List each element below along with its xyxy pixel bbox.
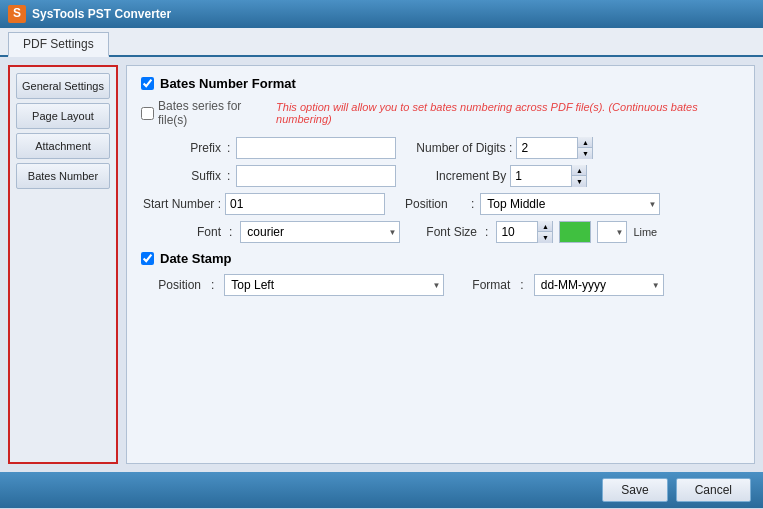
- content-panel: Bates Number Format Bates series for fil…: [126, 65, 755, 464]
- color-name-label: Lime: [633, 226, 657, 238]
- suffix-input[interactable]: [236, 165, 396, 187]
- title-bar: S SysTools PST Converter: [0, 0, 763, 28]
- num-digits-down[interactable]: ▼: [578, 148, 592, 159]
- start-number-row: Start Number :: [141, 193, 385, 215]
- bates-format-checkbox[interactable]: [141, 77, 154, 90]
- bates-section-header: Bates Number Format: [141, 76, 740, 91]
- font-size-label: Font Size: [426, 225, 477, 239]
- bates-series-row: Bates series for file(s) This option wil…: [141, 99, 740, 127]
- svg-text:S: S: [13, 7, 21, 20]
- date-stamp-label: Date Stamp: [160, 251, 232, 266]
- bates-series-note: This option will allow you to set bates …: [276, 101, 740, 125]
- color-select-wrap: ▼: [597, 221, 627, 243]
- save-button[interactable]: Save: [602, 478, 667, 502]
- increment-down[interactable]: ▼: [572, 176, 586, 187]
- color-select[interactable]: [597, 221, 627, 243]
- bates-series-checkbox[interactable]: [141, 107, 154, 120]
- font-size-spinner[interactable]: ▲ ▼: [496, 221, 553, 243]
- tab-bar: PDF Settings: [0, 28, 763, 57]
- suffix-label: Suffix: [141, 169, 221, 183]
- date-format-label: Format: [472, 278, 510, 292]
- suffix-row: Suffix :: [141, 165, 396, 187]
- num-digits-input[interactable]: [517, 138, 577, 158]
- sidebar-btn-bates-number[interactable]: Bates Number: [16, 163, 110, 189]
- date-format-select-wrap: dd-MM-yyyy MM-dd-yyyy yyyy-MM-dd dd/MM/y…: [534, 274, 664, 296]
- font-size-input[interactable]: [497, 222, 537, 242]
- prefix-label: Prefix: [141, 141, 221, 155]
- font-size-up[interactable]: ▲: [538, 221, 552, 232]
- font-select-wrap: courier Arial Times New Roman Helvetica …: [240, 221, 400, 243]
- num-digits-up[interactable]: ▲: [578, 137, 592, 148]
- font-select[interactable]: courier Arial Times New Roman Helvetica: [240, 221, 400, 243]
- increment-row: Increment By ▲ ▼: [416, 165, 587, 187]
- start-number-input[interactable]: [225, 193, 385, 215]
- position-label: Position: [405, 197, 465, 211]
- increment-label: Increment By: [416, 169, 506, 183]
- font-row: Font : courier Arial Times New Roman Hel…: [141, 221, 740, 243]
- date-format-select[interactable]: dd-MM-yyyy MM-dd-yyyy yyyy-MM-dd dd/MM/y…: [534, 274, 664, 296]
- date-stamp-checkbox[interactable]: [141, 252, 154, 265]
- prefix-input[interactable]: [236, 137, 396, 159]
- font-label: Font: [141, 225, 221, 239]
- num-digits-spinner[interactable]: ▲ ▼: [516, 137, 593, 159]
- date-position-label: Position: [141, 278, 201, 292]
- bates-series-label: Bates series for file(s): [158, 99, 270, 127]
- increment-input[interactable]: [511, 166, 571, 186]
- date-stamp-row: Position : Top Left Top Middle Top Right…: [141, 274, 740, 296]
- cancel-button[interactable]: Cancel: [676, 478, 751, 502]
- main-area: General Settings Page Layout Attachment …: [0, 57, 763, 472]
- bates-format-label: Bates Number Format: [160, 76, 296, 91]
- color-swatch[interactable]: [559, 221, 591, 243]
- app-icon: S: [8, 5, 26, 23]
- position-row: Position : Top Middle Top Left Top Right…: [405, 193, 660, 215]
- sidebar-btn-general-settings[interactable]: General Settings: [16, 73, 110, 99]
- sidebar-btn-attachment[interactable]: Attachment: [16, 133, 110, 159]
- position-select-wrap: Top Middle Top Left Top Right Bottom Mid…: [480, 193, 660, 215]
- bottom-bar: Save Cancel: [0, 472, 763, 508]
- increment-spinner[interactable]: ▲ ▼: [510, 165, 587, 187]
- app-title: SysTools PST Converter: [32, 7, 171, 21]
- date-stamp-section: Date Stamp Position : Top Left Top Middl…: [141, 251, 740, 296]
- tab-pdf-settings[interactable]: PDF Settings: [8, 32, 109, 57]
- date-stamp-header: Date Stamp: [141, 251, 740, 266]
- num-digits-label: Number of Digits :: [416, 141, 512, 155]
- font-size-down[interactable]: ▼: [538, 232, 552, 243]
- date-position-select[interactable]: Top Left Top Middle Top Right Bottom Lef…: [224, 274, 444, 296]
- position-select[interactable]: Top Middle Top Left Top Right Bottom Mid…: [480, 193, 660, 215]
- start-number-label: Start Number :: [141, 197, 221, 211]
- num-digits-row: Number of Digits : ▲ ▼: [416, 137, 593, 159]
- date-position-select-wrap: Top Left Top Middle Top Right Bottom Lef…: [224, 274, 444, 296]
- increment-up[interactable]: ▲: [572, 165, 586, 176]
- sidebar-btn-page-layout[interactable]: Page Layout: [16, 103, 110, 129]
- prefix-row: Prefix :: [141, 137, 396, 159]
- sidebar: General Settings Page Layout Attachment …: [8, 65, 118, 464]
